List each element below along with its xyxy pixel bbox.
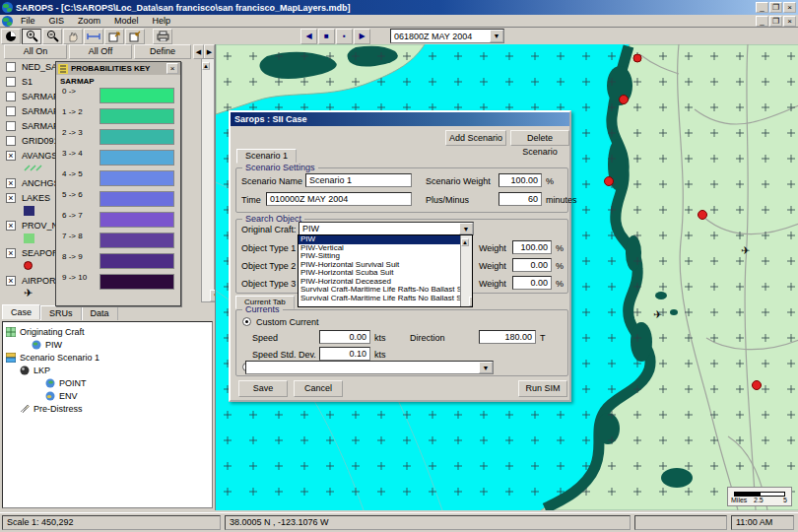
all-off-button[interactable]: All Off	[69, 44, 132, 59]
droplist-item[interactable]: PIW-Horizontal Deceased	[299, 278, 472, 287]
layer-checkbox[interactable]	[6, 106, 16, 116]
menu-model[interactable]: Model	[108, 16, 145, 26]
restore-button[interactable]: ❐	[769, 2, 782, 13]
tab-case[interactable]: Case	[2, 304, 40, 319]
pause-button[interactable]: ▪	[336, 29, 353, 44]
droplist-item[interactable]: PIW-Horizontal Scuba Suit	[299, 269, 472, 278]
datetime-combo[interactable]: 061800Z MAY 2004 ▼	[390, 29, 504, 43]
add-scenario-button[interactable]: Add Scenario	[445, 130, 506, 146]
child-minimize-button[interactable]: _	[756, 16, 768, 27]
tree-item-scenario[interactable]: Scenario Scenario 1	[6, 351, 212, 364]
zoom-out-icon	[46, 30, 59, 42]
object-type-2-weight-field[interactable]: 0.00	[512, 258, 552, 272]
layer-checkbox[interactable]	[6, 136, 16, 146]
minimize-button[interactable]: _	[756, 2, 768, 13]
svg-text:✈: ✈	[741, 244, 750, 257]
define-button[interactable]: Define	[134, 44, 191, 59]
droplist-item[interactable]: Survival Craft-Maritime Life Rafts-No Ba…	[299, 286, 472, 295]
layer-checkbox[interactable]	[6, 276, 16, 286]
droplist-item[interactable]: PIW-Vertical	[299, 244, 472, 253]
object-type-1-weight-field[interactable]: 100.00	[512, 240, 552, 254]
layer-checkbox[interactable]	[6, 151, 16, 161]
dialog-title-bar[interactable]: Sarops : SII Case	[231, 112, 569, 126]
measure-button[interactable]	[84, 29, 103, 44]
tree-item-originating-craft[interactable]: Originating Craft	[6, 325, 212, 338]
zoom-in-button[interactable]	[22, 29, 41, 44]
all-on-button[interactable]: All On	[4, 44, 67, 59]
layer-checkbox[interactable]	[6, 62, 16, 72]
scroll-down-icon[interactable]: ▼	[469, 297, 473, 306]
child-close-button[interactable]: ×	[783, 16, 796, 27]
scroll-up-icon[interactable]: ▲	[202, 62, 210, 70]
zoom-out-button[interactable]	[42, 29, 62, 44]
mdi-child-icon	[2, 16, 13, 27]
chevron-down-icon[interactable]: ▼	[459, 223, 473, 234]
legend-swatch	[100, 212, 174, 228]
layer-checkbox[interactable]	[6, 121, 16, 131]
direction-field[interactable]: 180.00	[479, 330, 536, 344]
layer-export-button[interactable]	[104, 29, 124, 44]
menu-help[interactable]: Help	[147, 16, 177, 26]
plus-minus-field[interactable]: 60	[499, 192, 542, 206]
tree-item-point[interactable]: POINT	[45, 376, 212, 389]
droplist-item[interactable]: PIW-Horizontal Survival Suit	[299, 261, 472, 270]
custom-current-radio[interactable]	[242, 317, 251, 326]
layer-checkbox[interactable]	[6, 178, 16, 188]
run-sim-button[interactable]: Run SIM	[518, 380, 567, 397]
scenario-weight-field[interactable]: 100.00	[499, 173, 542, 187]
legend-entry: 0 ->	[56, 86, 180, 106]
object-type-3-weight-field[interactable]: 0.00	[512, 276, 552, 290]
tree-item-lkp[interactable]: LKP	[20, 364, 212, 376]
menu-gis[interactable]: GIS	[43, 16, 71, 26]
droplist-item[interactable]: PIW	[299, 235, 472, 244]
delete-scenario-button[interactable]: Delete Scenario	[510, 130, 569, 146]
pan-button[interactable]	[63, 29, 83, 44]
layer-checkbox[interactable]	[6, 92, 16, 101]
droplist-scrollbar[interactable]: ▲ ▼	[460, 235, 472, 306]
scale-units-label: Miles	[731, 497, 747, 503]
tree-item-pre-distress[interactable]: Pre-Distress	[20, 402, 212, 415]
chevron-down-icon[interactable]: ▼	[479, 362, 493, 373]
play-button[interactable]: ▶	[354, 29, 370, 44]
legend-entry: 4 -> 5	[56, 168, 180, 189]
tree-item-piw[interactable]: PIW	[32, 338, 212, 351]
measure-icon	[87, 32, 100, 41]
scenario-time-field[interactable]: 010000Z MAY 2004	[266, 192, 412, 206]
speed-field[interactable]: 0.00	[319, 330, 370, 344]
legend-subtitle: SARMAP	[60, 77, 180, 86]
identify-button[interactable]	[1, 29, 21, 44]
layer-import-button[interactable]	[125, 29, 145, 44]
legend-title-bar[interactable]: PROBABILITIES KEY ×	[56, 62, 180, 75]
layer-checkbox[interactable]	[6, 193, 16, 203]
tab-scenario-1[interactable]: Scenario 1	[236, 149, 297, 164]
cancel-button[interactable]: Cancel	[294, 380, 343, 397]
droplist-item[interactable]: PIW-Sitting	[299, 252, 472, 261]
chevron-down-icon[interactable]: ▼	[490, 30, 503, 42]
panel-left-arrow-button[interactable]: ◀	[193, 44, 204, 59]
layer-checkbox[interactable]	[6, 77, 16, 87]
scroll-up-icon[interactable]: ▲	[461, 238, 469, 246]
tree-item-env[interactable]: ENV	[45, 389, 212, 402]
droplist-item[interactable]: Survival Craft-Maritime Life Rafts No Ba…	[299, 295, 472, 303]
layer-checkbox[interactable]	[6, 248, 16, 258]
close-button[interactable]: ×	[783, 2, 796, 13]
close-icon[interactable]: ×	[166, 63, 178, 74]
panel-right-arrow-button[interactable]: ▶	[204, 44, 215, 59]
scenario-name-field[interactable]: Scenario 1	[305, 173, 412, 187]
original-craft-combo[interactable]: PIW ▼	[299, 222, 474, 235]
speed-stddev-field[interactable]: 0.10	[319, 347, 370, 361]
child-restore-button[interactable]: ❐	[769, 16, 782, 27]
layer-list-scrollbar[interactable]: ▲ ▼	[201, 58, 215, 302]
save-button[interactable]: Save	[238, 380, 288, 397]
print-button[interactable]	[153, 29, 172, 44]
layer-checkbox[interactable]	[6, 221, 16, 231]
tab-srus[interactable]: SRUs	[40, 305, 82, 320]
menu-zoom[interactable]: Zoom	[72, 16, 106, 26]
menu-file[interactable]: File	[15, 16, 41, 26]
status-coordinates: 38.0005 N , -123.1076 W	[225, 515, 631, 530]
stop-button[interactable]: ■	[318, 29, 335, 44]
svg-text:✈: ✈	[653, 308, 662, 321]
tab-data[interactable]: Data	[82, 305, 118, 320]
step-back-button[interactable]: ◀	[300, 29, 317, 44]
current-file-combo[interactable]: ▼	[245, 361, 494, 374]
